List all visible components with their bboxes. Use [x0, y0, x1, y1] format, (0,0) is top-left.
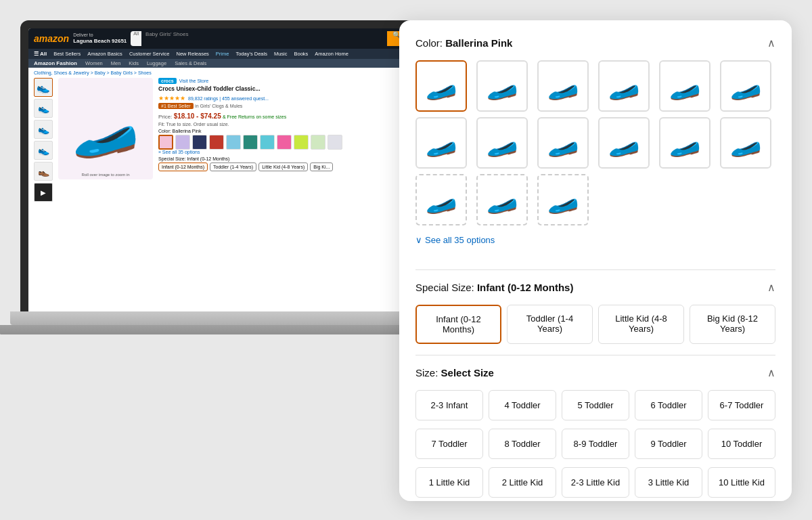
- thumb-2[interactable]: 👟: [34, 99, 53, 118]
- deliver-to: Deliver to Laguna Beach 92651: [73, 32, 127, 45]
- pink-shoe-icon: 🥿: [426, 71, 457, 101]
- size-6-7-toddler[interactable]: 6-7 Toddler: [708, 390, 775, 420]
- size-option-toddler[interactable]: Toddler (1-4 Years): [507, 305, 593, 344]
- size-grid-row2: 7 Toddler 8 Toddler 8-9 Toddler 9 Toddle…: [415, 429, 775, 459]
- crocs-logo: crocs: [158, 78, 177, 84]
- color-grid: 🥿 🥿 🥿 🥿 🥿 🥿 🥿 🥿 🥿 🥿 🥿: [415, 60, 775, 225]
- color-option-teal[interactable]: 🥿: [476, 117, 528, 169]
- size-little[interactable]: Little Kid (4-8 Years): [258, 162, 308, 171]
- thumb-4[interactable]: 👟: [34, 141, 53, 160]
- nav-books[interactable]: Books: [294, 51, 309, 57]
- nav-luggage[interactable]: Luggage: [147, 60, 166, 66]
- search-input[interactable]: Baby Girls' Shoes: [141, 31, 387, 46]
- color-option-hotpink[interactable]: 🥿: [598, 117, 650, 169]
- size-2-3-little-kid[interactable]: 2-3 Little Kid: [562, 467, 629, 498]
- size-9-toddler[interactable]: 9 Toddler: [635, 429, 702, 459]
- size-7-toddler[interactable]: 7 Toddler: [415, 429, 483, 459]
- color-option-white[interactable]: 🥿: [537, 174, 589, 225]
- swatch-skyblue[interactable]: [260, 135, 275, 150]
- size-option-big-kid[interactable]: Big Kid (8-12 Years): [690, 305, 775, 344]
- size-6-toddler[interactable]: 6 Toddler: [635, 390, 702, 420]
- size-big[interactable]: Big Ki...: [310, 162, 333, 171]
- size-8-toddler[interactable]: 8 Toddler: [489, 429, 556, 459]
- zoom-hint: Roll over image to zoom in: [81, 173, 129, 177]
- color-swatches-small: [158, 135, 406, 150]
- nav-customer-service[interactable]: Customer Service: [129, 51, 170, 57]
- visit-store-link[interactable]: Visit the Store: [179, 79, 208, 83]
- nav-men[interactable]: Men: [111, 60, 121, 66]
- main-product-image: 🥿 Roll over image to zoom in: [58, 78, 153, 179]
- color-section-small: Color: Ballerina Pink: [158, 129, 406, 154]
- nav-music[interactable]: Music: [274, 51, 288, 57]
- thumb-1[interactable]: 👟: [34, 78, 53, 97]
- swatch-pink[interactable]: [158, 135, 173, 150]
- color-option-pink[interactable]: 🥿: [415, 60, 467, 112]
- size-5-toddler[interactable]: 5 Toddler: [562, 390, 629, 420]
- crocs-brand: crocs Visit the Store: [158, 78, 406, 84]
- amazon-page: amazon Deliver to Laguna Beach 92651 All…: [28, 28, 411, 204]
- swatch-hotpink[interactable]: [277, 135, 292, 150]
- swatch-navy[interactable]: [192, 135, 207, 150]
- size-10-little-kid[interactable]: 10 Little Kid: [708, 467, 775, 498]
- size-option-infant[interactable]: Infant (0-12 Months): [415, 305, 501, 344]
- divider-2: [415, 355, 775, 355]
- ltgreen-shoe-icon: 🥿: [487, 185, 518, 215]
- swatch-lavender[interactable]: [175, 135, 190, 150]
- search-bar[interactable]: All Baby Girls' Shoes 🔍: [131, 31, 406, 46]
- teal-shoe-icon: 🥿: [487, 128, 518, 158]
- size-section-collapse-icon[interactable]: ∧: [767, 366, 775, 379]
- color-option-salmon[interactable]: 🥿: [659, 117, 710, 169]
- special-size-collapse-icon[interactable]: ∧: [767, 281, 775, 294]
- see-all-colors-link[interactable]: ∨ See all 35 options: [415, 235, 495, 245]
- color-option-ltgreen[interactable]: 🥿: [476, 174, 528, 225]
- color-section-title: Color: Ballerina Pink: [415, 37, 512, 49]
- thumb-6[interactable]: ▶: [34, 183, 53, 202]
- size-2-3-infant[interactable]: 2-3 Infant: [415, 390, 483, 420]
- color-option-lime[interactable]: 🥿: [415, 174, 467, 225]
- size-4-toddler[interactable]: 4 Toddler: [489, 390, 556, 420]
- color-section-collapse-icon[interactable]: ∧: [767, 37, 775, 49]
- search-category[interactable]: All: [131, 31, 141, 46]
- white-shoe-icon: 🥿: [547, 185, 579, 215]
- swatch-teal[interactable]: [243, 135, 258, 150]
- nav-new-releases[interactable]: New Releases: [176, 51, 208, 57]
- size-infant[interactable]: Infant (0-12 Months): [158, 162, 208, 171]
- nav-women[interactable]: Women: [85, 60, 103, 66]
- amazon-nav-links: ☰ All Best Sellers Amazon Basics Custome…: [28, 49, 411, 59]
- nav-home[interactable]: Amazon Home: [315, 51, 348, 57]
- nav-amazon-basics[interactable]: Amazon Basics: [87, 51, 122, 57]
- swatch-lime[interactable]: [294, 135, 309, 150]
- size-option-little-kid[interactable]: Little Kid (4-8 Years): [598, 305, 684, 344]
- nav-kids[interactable]: Kids: [129, 60, 139, 66]
- color-option-gray[interactable]: 🥿: [720, 60, 771, 112]
- thumb-3[interactable]: 👟: [34, 120, 53, 139]
- size-1-little-kid[interactable]: 1 Little Kid: [415, 467, 483, 498]
- size-10-toddler[interactable]: 10 Toddler: [708, 429, 775, 459]
- color-option-blue[interactable]: 🥿: [659, 60, 710, 112]
- swatch-white[interactable]: [328, 135, 342, 150]
- nav-deals[interactable]: Today's Deals: [235, 51, 267, 57]
- size-3-little-kid[interactable]: 3 Little Kid: [635, 467, 702, 498]
- swatch-lightgreen[interactable]: [311, 135, 325, 150]
- color-option-red[interactable]: 🥿: [598, 60, 650, 112]
- nav-sales[interactable]: Sales & Deals: [175, 60, 206, 66]
- color-option-skyblue[interactable]: 🥿: [537, 117, 589, 169]
- see-all-35-link[interactable]: » See all 35 options: [158, 150, 406, 154]
- size-toddler[interactable]: Toddler (1-4 Years): [210, 162, 256, 171]
- color-option-navy[interactable]: 🥿: [537, 60, 589, 112]
- swatch-lightblue[interactable]: [226, 135, 241, 150]
- nav-best-sellers[interactable]: Best Sellers: [53, 51, 81, 57]
- color-option-ltblue[interactable]: 🥿: [415, 117, 467, 169]
- size-8-9-toddler[interactable]: 8-9 Toddler: [562, 429, 629, 459]
- nav-all[interactable]: ☰ All: [34, 51, 47, 57]
- lavender-shoe-icon: 🥿: [487, 71, 518, 101]
- color-label: Color:: [415, 37, 443, 49]
- amazon-logo: amazon: [34, 33, 69, 44]
- size-2-little-kid[interactable]: 2 Little Kid: [489, 467, 556, 498]
- rating-count[interactable]: 89,832 ratings | 455 answered quest...: [188, 96, 269, 101]
- color-option-yellow[interactable]: 🥿: [720, 117, 771, 169]
- swatch-red[interactable]: [209, 135, 224, 150]
- nav-prime[interactable]: Prime: [216, 51, 229, 57]
- thumb-5[interactable]: 👞: [34, 162, 53, 181]
- color-option-lavender[interactable]: 🥿: [476, 60, 528, 112]
